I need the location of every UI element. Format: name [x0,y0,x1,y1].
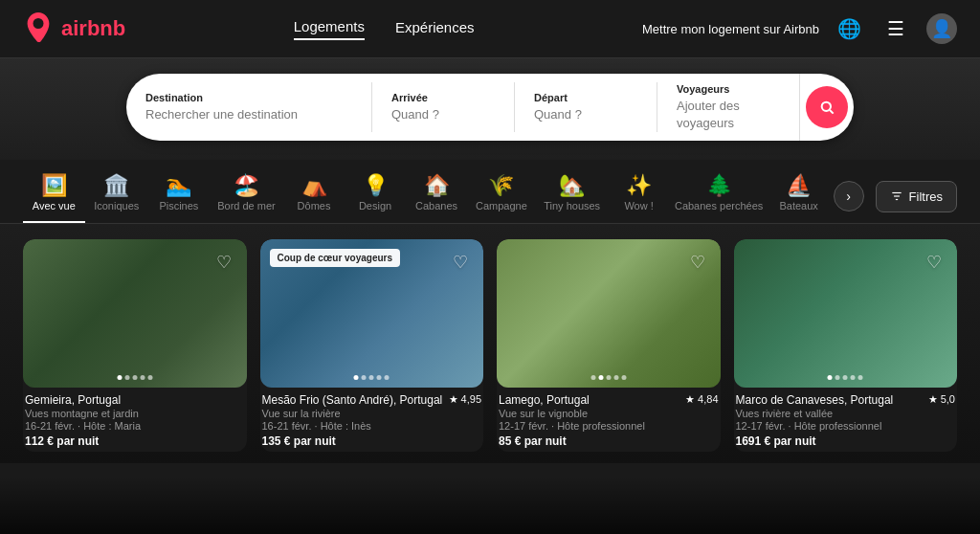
image-dots-1 [117,375,152,380]
listing-desc-2: Vue sur la rivière [262,408,482,419]
category-label-campagne: Campagne [476,200,527,211]
host-link[interactable]: Mettre mon logement sur Airbnb [642,22,819,36]
category-list: 🖼️ Avec vue 🏛️ Iconiques 🏊 Piscines 🏖️ B… [23,169,830,223]
category-label-design: Design [359,200,391,211]
listing-location-1: Gemieira, Portugal [25,393,121,407]
category-icon-iconiques: 🏛️ [103,175,129,196]
category-icon-campagne: 🌾 [488,175,514,196]
listing-price-2: 135 € par nuit [262,434,482,448]
category-item-tiny-houses[interactable]: 🏡 Tiny houses [536,169,609,223]
search-button[interactable] [806,86,848,128]
dot-2 [843,375,848,380]
dot-1 [124,375,129,380]
category-item-cabanes-perchees[interactable]: 🌲 Cabanes perchées [670,169,768,223]
nav-logements[interactable]: Logements [294,18,365,40]
dot-3 [851,375,856,380]
favorite-button-1[interactable]: ♡ [211,249,237,276]
listing-location-3: Lamego, Portugal [499,393,590,407]
image-dots-3 [590,375,626,380]
category-label-bateaux: Bateaux [779,200,817,211]
category-item-campagne[interactable]: 🌾 Campagne [467,169,536,223]
depart-field[interactable]: Départ Quand ? [515,82,657,132]
destination-field[interactable]: Destination Rechercher une destination [126,82,372,132]
logo[interactable]: airbnb [23,11,125,46]
listing-desc-1: Vues montagne et jardin [25,408,245,419]
category-icon-piscines: 🏊 [166,175,191,196]
listing-card-1[interactable]: ♡ Gemieira, Portugal Vues montagne et ja… [23,239,247,452]
arrivee-field[interactable]: Arrivée Quand ? [372,82,515,132]
dot-4 [385,375,390,380]
nav-right: Mettre mon logement sur Airbnb 🌐 ☰ 👤 [642,13,957,44]
voyageurs-field[interactable]: Voyageurs Ajouter des voyageurs [657,74,800,141]
category-item-bord-de-mer[interactable]: 🏖️ Bord de mer [210,169,283,223]
listing-price-3: 85 € par nuit [499,434,719,448]
category-item-cabanes[interactable]: 🏠 Cabanes [406,169,467,223]
category-item-piscines[interactable]: 🏊 Piscines [148,169,210,223]
listing-desc-3: Vue sur le vignoble [499,408,719,419]
dot-4 [621,375,626,380]
favorite-button-2[interactable]: ♡ [447,249,474,276]
filter-button[interactable]: Filtres [876,181,957,212]
dot-3 [377,375,382,380]
destination-label: Destination [145,92,352,103]
rating-3: ★ 4,84 [685,393,718,406]
category-icon-design: 💡 [363,175,389,196]
category-icon-cabanes-perchees: 🌲 [706,175,732,196]
arrivee-label: Arrivée [391,92,495,103]
listing-info-3: Lamego, Portugal ★ 4,84 Vue sur le vigno… [497,388,721,452]
menu-icon[interactable]: ☰ [880,13,911,44]
navbar: airbnb Logements Expériences Mettre mon … [0,0,980,58]
category-icon-wow: ✨ [626,175,652,196]
category-item-design[interactable]: 💡 Design [345,169,406,223]
dot-1 [598,375,603,380]
category-label-wow: Wow ! [624,200,653,211]
depart-value: Quand ? [534,107,582,122]
category-item-iconiques[interactable]: 🏛️ Iconiques [85,169,148,223]
listing-location-4: Marco de Canaveses, Portugal [736,393,894,407]
category-item-domes[interactable]: ⛺ Dômes [283,169,345,223]
nav-experiences[interactable]: Expériences [395,19,475,39]
category-item-bateaux[interactable]: ⛵ Bateaux [768,169,830,223]
category-label-piscines: Piscines [159,200,198,211]
category-label-cabanes-perchees: Cabanes perchées [675,200,763,211]
listing-card-2[interactable]: Coup de cœur voyageurs ♡ Mesão Frio (San… [260,239,484,452]
category-label-bord-de-mer: Bord de mer [217,200,276,211]
category-next-arrow[interactable]: › [834,181,864,211]
bottom-gradient [0,477,980,534]
category-item-avec-vue[interactable]: 🖼️ Avec vue [23,169,85,223]
listing-price-1: 112 € par nuit [25,434,245,448]
dot-2 [132,375,137,380]
listing-image-4: ♡ [734,239,958,388]
listing-image-2: Coup de cœur voyageurs ♡ [260,239,484,388]
category-icon-bord-de-mer: 🏖️ [234,175,259,196]
rating-2: ★ 4,95 [449,393,481,406]
listing-card-4[interactable]: ♡ Marco de Canaveses, Portugal ★ 5,0 Vue… [734,239,958,452]
arrivee-value: Quand ? [391,107,439,122]
globe-icon[interactable]: 🌐 [835,13,865,44]
svg-point-0 [822,102,831,111]
favorite-button-3[interactable]: ♡ [684,249,711,276]
filter-label: Filtres [909,189,943,204]
dot-1 [835,375,840,380]
dot-3 [613,375,618,380]
listing-dates-4: 12-17 févr. · Hôte professionnel [736,420,956,432]
listing-location-2: Mesão Frio (Santo André), Portugal [262,393,443,407]
favorite-button-4[interactable]: ♡ [921,249,947,276]
listing-info-2: Mesão Frio (Santo André), Portugal ★ 4,9… [260,388,484,452]
category-label-tiny-houses: Tiny houses [544,200,600,211]
category-label-cabanes: Cabanes [415,200,457,211]
depart-label: Départ [534,92,637,103]
listings-grid: ♡ Gemieira, Portugal Vues montagne et ja… [0,224,980,463]
nav-center: Logements Expériences [294,18,475,40]
category-item-wow[interactable]: ✨ Wow ! [609,169,670,223]
listing-card-3[interactable]: ♡ Lamego, Portugal ★ 4,84 Vue sur le vig… [497,239,721,452]
listing-dates-2: 16-21 févr. · Hôte : Inès [262,420,482,432]
avatar[interactable]: 👤 [926,13,957,44]
listing-image-3: ♡ [497,239,721,388]
listing-dates-1: 16-21 févr. · Hôte : Maria [25,420,245,432]
listing-header-2: Mesão Frio (Santo André), Portugal ★ 4,9… [262,393,482,407]
category-icon-tiny-houses: 🏡 [559,175,585,196]
airbnb-logo-icon [23,11,54,46]
dot-0 [590,375,595,380]
category-label-iconiques: Iconiques [94,200,139,211]
